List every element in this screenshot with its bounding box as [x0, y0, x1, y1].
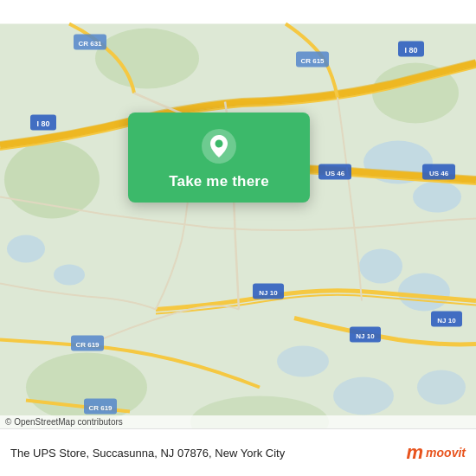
svg-point-38 [215, 140, 223, 148]
svg-point-6 [54, 265, 85, 286]
location-address: The UPS Store, Succasunna, NJ 07876, New… [10, 447, 407, 460]
svg-text:NJ 10: NJ 10 [356, 332, 375, 340]
svg-text:I 80: I 80 [404, 46, 417, 55]
svg-point-11 [95, 29, 199, 89]
svg-text:CR 619: CR 619 [75, 341, 100, 349]
svg-text:CR 619: CR 619 [88, 404, 113, 412]
location-pin-icon [201, 128, 237, 164]
svg-point-2 [413, 182, 461, 213]
svg-text:NJ 10: NJ 10 [437, 317, 456, 325]
svg-text:US 46: US 46 [325, 170, 345, 177]
map-background: I 80 I 80 CR 631 CR 615 US 46 US 46 NJ 1… [0, 0, 476, 476]
svg-point-9 [417, 370, 466, 405]
moovit-logo-initial: m [407, 443, 424, 462]
svg-text:I 80: I 80 [36, 119, 49, 128]
take-me-there-button[interactable]: Take me there [169, 173, 269, 190]
map-attribution: © OpenStreetMap contributors [0, 415, 476, 428]
navigation-popup[interactable]: Take me there [128, 113, 310, 203]
svg-text:NJ 10: NJ 10 [259, 289, 278, 297]
map-container: I 80 I 80 CR 631 CR 615 US 46 US 46 NJ 1… [0, 0, 476, 476]
svg-text:CR 615: CR 615 [300, 57, 325, 65]
svg-text:CR 631: CR 631 [78, 40, 102, 48]
svg-point-10 [4, 141, 100, 219]
svg-point-3 [359, 249, 402, 284]
svg-point-5 [7, 235, 45, 263]
svg-point-4 [398, 273, 450, 312]
moovit-logo-text: moovit [426, 446, 466, 460]
bottom-info-bar: The UPS Store, Succasunna, NJ 07876, New… [0, 428, 476, 476]
svg-point-8 [333, 377, 394, 415]
moovit-logo: m moovit [407, 443, 466, 462]
svg-point-7 [277, 346, 329, 377]
svg-text:US 46: US 46 [429, 170, 449, 177]
